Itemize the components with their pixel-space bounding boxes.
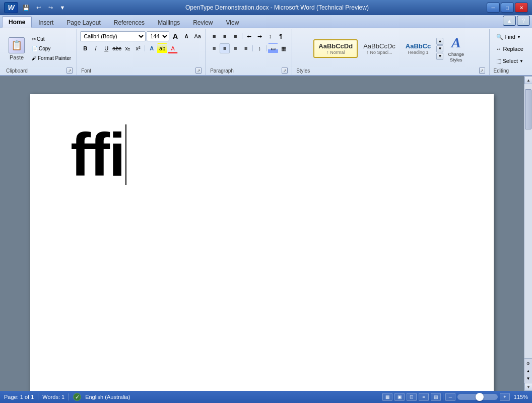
replace-button[interactable]: ↔ Replace (493, 43, 527, 54)
paragraph-expand[interactable]: ↗ (282, 68, 288, 74)
style-nospace-label: ↑ No Spaci... (366, 50, 392, 55)
format-painter-button[interactable]: 🖌 Format Painter (29, 54, 74, 63)
highlight-button[interactable]: ab (157, 43, 167, 53)
align-right-button[interactable]: ≡ (230, 43, 240, 53)
styles-scroll-down[interactable]: ▼ (436, 45, 443, 52)
qat-redo[interactable]: ↪ (45, 3, 55, 12)
text-effects-button[interactable]: A (147, 43, 157, 53)
select-button[interactable]: ⬚ Select ▼ (493, 55, 527, 66)
copy-icon: 📄 (32, 46, 38, 51)
styles-footer: Styles ↗ (294, 66, 487, 74)
tab-view[interactable]: View (220, 17, 246, 28)
line-spacing-button[interactable]: ↕ (254, 43, 264, 53)
scroll-up-arrow[interactable]: ▲ (524, 76, 532, 84)
clipboard-footer: Clipboard ↗ (4, 66, 75, 74)
document-area[interactable]: ffi (0, 76, 524, 391)
zoom-increase-btn[interactable]: + (500, 393, 510, 401)
shading-button[interactable]: ▭ (268, 43, 278, 53)
scroll-track[interactable] (524, 84, 532, 358)
zoom-decrease-btn[interactable]: ─ (445, 393, 455, 401)
scrollbar-vertical: ▲ ⊙ ▲ ▼ ▼ (524, 76, 532, 391)
find-button[interactable]: 🔍 Find ▼ (493, 31, 524, 42)
style-heading1[interactable]: AaBbCc Heading 1 (401, 40, 436, 57)
copy-button[interactable]: 📄 Copy (29, 44, 74, 53)
editing-footer: Editing (492, 67, 528, 74)
font-size-select[interactable]: 144 (147, 31, 169, 41)
numbering-button[interactable]: ≡ (220, 31, 230, 41)
styles-scroll: ▲ ▼ ▼ (436, 38, 443, 60)
underline-button[interactable]: U (101, 43, 111, 53)
justify-button[interactable]: ≡ (241, 43, 251, 53)
style-heading1-label: Heading 1 (408, 50, 429, 55)
change-styles-button[interactable]: A ChangeStyles (444, 32, 468, 65)
status-sep-2 (69, 393, 69, 400)
bullets-button[interactable]: ≡ (209, 31, 219, 41)
font-name-select[interactable]: Calibri (Body) (80, 31, 146, 41)
status-sep-3 (443, 393, 443, 400)
help-button[interactable]: ? (517, 16, 530, 26)
tab-home[interactable]: Home (2, 16, 32, 28)
scroll-next[interactable]: ▼ (525, 375, 532, 382)
zoom-slider[interactable] (457, 394, 498, 400)
style-nospace-preview: AaBbCcDc (363, 42, 395, 50)
select-icon: ⬚ (496, 58, 501, 64)
clear-format-btn[interactable]: Aa (192, 31, 203, 41)
spell-check-indicator[interactable]: ✓ (73, 393, 81, 401)
scroll-thumb[interactable] (525, 89, 531, 129)
font-increase-btn[interactable]: A (170, 31, 180, 41)
cut-button[interactable]: ✂ Cut (29, 35, 74, 44)
sort-button[interactable]: ↕ (265, 31, 275, 41)
find-icon: 🔍 (496, 34, 503, 40)
italic-button[interactable]: I (91, 43, 101, 53)
ribbon-group-paragraph: ≡ ≡ ≡ ⬅ ➡ ↕ ¶ ≡ ≡ ≡ ≡ ↕ ▭ (206, 29, 292, 75)
paste-button[interactable]: 📋 Paste (5, 35, 28, 63)
view-draft-btn[interactable]: ▤ (431, 393, 441, 401)
qat-more[interactable]: ▼ (57, 3, 68, 12)
qat-save[interactable]: 💾 (21, 3, 31, 12)
font-expand[interactable]: ↗ (195, 68, 202, 74)
tab-references[interactable]: References (107, 17, 151, 28)
tab-mailings[interactable]: Mailings (151, 17, 186, 28)
ribbon-minimize-btn[interactable]: ▲ (503, 16, 516, 26)
show-para-button[interactable]: ¶ (276, 31, 286, 41)
styles-scroll-up[interactable]: ▲ (436, 38, 443, 45)
minimize-button[interactable]: ─ (487, 3, 500, 13)
clipboard-expand[interactable]: ↗ (66, 68, 73, 74)
doc-content[interactable]: ffi (30, 94, 494, 215)
align-left-button[interactable]: ≡ (209, 43, 219, 53)
change-styles-icon: A (448, 35, 464, 51)
scroll-select-browse[interactable]: ⊙ (525, 360, 532, 367)
decrease-indent-button[interactable]: ⬅ (244, 31, 254, 41)
scroll-prev[interactable]: ▲ (525, 367, 532, 374)
title-bar: W 💾 ↩ ↪ ▼ OpenType Demonstration.docx - … (0, 0, 532, 15)
tab-page-layout[interactable]: Page Layout (60, 17, 107, 28)
bold-button[interactable]: B (80, 43, 90, 53)
restore-button[interactable]: □ (501, 3, 514, 13)
tab-insert[interactable]: Insert (32, 17, 60, 28)
change-styles-label: ChangeStyles (448, 52, 464, 63)
superscript-button[interactable]: x² (133, 43, 143, 53)
increase-indent-button[interactable]: ➡ (254, 31, 264, 41)
align-center-button[interactable]: ≡ (220, 43, 230, 53)
subscript-button[interactable]: x₂ (122, 43, 132, 53)
multilevel-button[interactable]: ≡ (230, 31, 240, 41)
font-color-button[interactable]: A (168, 43, 178, 53)
style-normal[interactable]: AaBbCcDd ↑ Normal (313, 39, 358, 58)
qat-undo[interactable]: ↩ (33, 3, 43, 12)
replace-icon: ↔ (496, 46, 502, 52)
close-button[interactable]: ✕ (515, 3, 528, 13)
strikethrough-button[interactable]: abc (112, 43, 122, 53)
view-fullscreen-btn[interactable]: ▣ (394, 393, 405, 401)
zoom-level: 115% (512, 394, 528, 400)
styles-more[interactable]: ▼ (436, 53, 443, 60)
scroll-down-arrow[interactable]: ▼ (524, 383, 532, 391)
view-web-btn[interactable]: ⊡ (407, 393, 417, 401)
view-print-btn[interactable]: ▦ (382, 393, 392, 401)
view-outline-btn[interactable]: ≡ (419, 393, 429, 401)
font-decrease-btn[interactable]: A (181, 31, 191, 41)
window-controls: ─ □ ✕ (487, 3, 528, 13)
styles-expand[interactable]: ↗ (479, 68, 485, 74)
tab-review[interactable]: Review (186, 17, 219, 28)
borders-button[interactable]: ▦ (279, 43, 289, 53)
style-nospace[interactable]: AaBbCcDc ↑ No Spaci... (359, 40, 400, 57)
